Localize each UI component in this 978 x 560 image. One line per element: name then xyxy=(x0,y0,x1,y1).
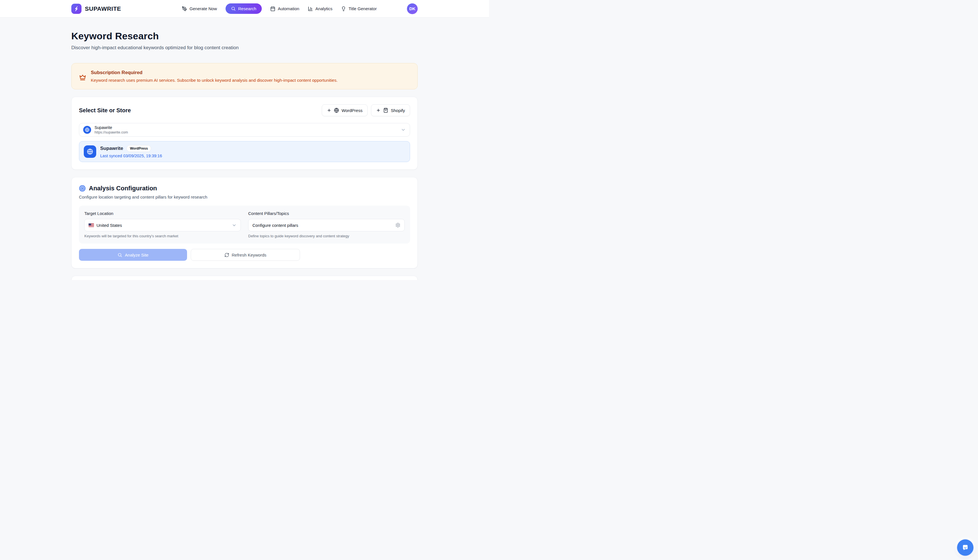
nav-label: Research xyxy=(238,6,256,11)
nav-label: Automation xyxy=(278,6,299,11)
plus-icon xyxy=(327,108,331,113)
refresh-keywords-button[interactable]: Refresh Keywords xyxy=(191,249,300,261)
nav-label: Generate Now xyxy=(190,6,217,11)
top-navbar: SUPAWRITE Generate Now Research Automati… xyxy=(0,0,489,18)
analysis-config-heading: Analysis Configuration xyxy=(89,185,157,192)
globe-icon xyxy=(84,145,96,158)
analysis-config-card: Analysis Configuration Configure locatio… xyxy=(71,177,418,268)
nav-item-generate-now[interactable]: Generate Now xyxy=(182,6,217,11)
brand-wordmark: SUPAWRITE xyxy=(85,5,121,12)
dropdown-site-name: Supawrite xyxy=(95,125,128,130)
target-icon xyxy=(79,185,86,192)
selected-site-name: Supawrite xyxy=(100,146,123,151)
chevron-down-icon xyxy=(232,223,237,228)
nav-item-title-generator[interactable]: Title Generator xyxy=(341,6,377,11)
dropdown-site-url: https://supawrite.com xyxy=(95,130,128,134)
nav-item-analytics[interactable]: Analytics xyxy=(308,6,332,11)
target-location-field: Target Location United States Keywords w… xyxy=(84,211,241,238)
main-content: Keyword Research Discover high-impact ed… xyxy=(71,18,418,280)
selected-site-card[interactable]: Supawrite WordPress Last synced 03/09/20… xyxy=(79,141,410,162)
content-pillars-input[interactable]: Configure content pillars xyxy=(248,219,405,232)
lifecycle-stats-card: Keyword Lifecycle Stats Track keyword us… xyxy=(71,276,418,280)
bar-chart-icon xyxy=(308,6,313,11)
banner-message: Keyword research uses premium AI service… xyxy=(91,78,337,83)
refresh-icon xyxy=(224,253,229,257)
add-wordpress-button[interactable]: WordPress xyxy=(322,104,367,116)
nav-item-automation[interactable]: Automation xyxy=(270,6,299,11)
analyze-site-label: Analyze Site xyxy=(125,253,148,257)
globe-icon xyxy=(334,108,339,113)
search-icon xyxy=(231,6,236,11)
globe-icon xyxy=(83,126,91,134)
main-nav: Generate Now Research Automation Analyti… xyxy=(182,3,377,14)
plus-icon xyxy=(376,108,381,113)
last-synced-text: Last synced 03/09/2025, 19:39:16 xyxy=(100,153,162,158)
site-selector-card: Select Site or Store WordPress xyxy=(71,97,418,170)
content-pillars-label: Content Pillars/Topics xyxy=(248,211,405,216)
add-shopify-button[interactable]: Shopify xyxy=(371,104,410,116)
analysis-config-subtitle: Configure location targeting and content… xyxy=(79,195,410,199)
calendar-icon xyxy=(270,6,275,11)
content-pillars-placeholder: Configure content pillars xyxy=(252,223,298,228)
platform-badge: WordPress xyxy=(127,145,151,152)
brand[interactable]: SUPAWRITE xyxy=(71,4,121,14)
analyze-site-button[interactable]: Analyze Site xyxy=(79,249,187,261)
crown-icon xyxy=(79,74,86,81)
config-panel: Target Location United States Keywords w… xyxy=(79,206,410,243)
site-dropdown[interactable]: Supawrite https://supawrite.com xyxy=(79,123,410,137)
target-location-helper: Keywords will be targeted for this count… xyxy=(84,234,241,238)
content-pillars-field: Content Pillars/Topics Configure content… xyxy=(248,211,405,238)
nav-item-research[interactable]: Research xyxy=(225,3,262,14)
page-title: Keyword Research xyxy=(71,30,418,42)
us-flag-icon xyxy=(88,223,94,227)
add-shopify-label: Shopify xyxy=(391,108,405,113)
supawrite-logo-icon xyxy=(71,4,82,14)
add-wordpress-label: WordPress xyxy=(342,108,362,113)
chevron-down-icon xyxy=(401,127,406,132)
search-icon xyxy=(117,253,122,257)
subscription-banner: Subscription Required Keyword research u… xyxy=(71,63,418,89)
gear-icon[interactable] xyxy=(396,223,401,228)
shopping-bag-icon xyxy=(383,108,388,113)
content-pillars-helper: Define topics to guide keyword discovery… xyxy=(248,234,405,238)
target-location-label: Target Location xyxy=(84,211,241,216)
lightbulb-icon xyxy=(341,6,346,11)
site-selector-heading: Select Site or Store xyxy=(79,107,131,114)
pen-tool-icon xyxy=(182,6,187,11)
banner-title: Subscription Required xyxy=(91,70,337,75)
avatar[interactable]: DK xyxy=(407,3,418,14)
nav-label: Title Generator xyxy=(349,6,377,11)
nav-label: Analytics xyxy=(315,6,332,11)
target-location-value: United States xyxy=(97,223,122,228)
refresh-keywords-label: Refresh Keywords xyxy=(232,253,267,257)
page-subtitle: Discover high-impact educational keyword… xyxy=(71,45,418,51)
target-location-select[interactable]: United States xyxy=(84,219,241,232)
